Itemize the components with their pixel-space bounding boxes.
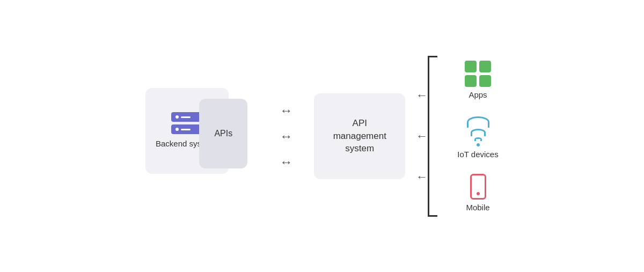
server-dot <box>175 115 179 119</box>
backend-group: Backend systems APIs <box>145 88 253 185</box>
bracket-arrow-1: ← <box>416 89 428 102</box>
apis-card: APIs <box>199 99 247 168</box>
app-square-2 <box>479 61 491 72</box>
server-bar-bottom <box>171 124 203 134</box>
server-dot-2 <box>175 128 179 131</box>
api-management-card: APImanagementsystem <box>314 93 405 179</box>
bracket-arrows-left: ← ← ← <box>416 89 428 184</box>
server-line <box>181 116 191 118</box>
apps-label: Apps <box>469 90 487 99</box>
server-bar-top <box>171 112 203 122</box>
iot-label: IoT devices <box>457 150 498 159</box>
server-line-2 <box>181 129 191 130</box>
wifi-icon <box>467 114 489 146</box>
vertical-bracket <box>428 56 441 217</box>
apps-item: Apps <box>457 61 498 99</box>
apis-label: APIs <box>214 129 232 138</box>
wifi-arc-small <box>474 137 482 141</box>
mobile-item: Mobile <box>457 174 498 212</box>
middle-arrows: ↔ ↔ ↔ <box>280 103 292 170</box>
app-square-4 <box>479 75 491 87</box>
mobile-icon <box>470 174 486 200</box>
app-square-3 <box>465 75 477 87</box>
arrow-3: ↔ <box>280 155 292 170</box>
apps-icon <box>465 61 491 87</box>
server-icon <box>171 112 203 134</box>
wifi-dot <box>477 143 480 146</box>
bracket-arrow-3: ← <box>416 170 428 184</box>
arrow-1: ↔ <box>280 103 292 118</box>
wifi-arc-medium <box>471 129 486 136</box>
mobile-home-button <box>477 192 480 195</box>
mobile-label: Mobile <box>466 203 489 212</box>
bracket-cap-bottom <box>428 215 437 217</box>
architecture-diagram: Backend systems APIs ↔ ↔ ↔ APImanagement… <box>145 56 498 217</box>
connector-section: ← ← ← <box>416 56 441 217</box>
right-items-group: Apps IoT devices Mobile <box>457 61 498 212</box>
bracket-arrow-2: ← <box>416 129 428 143</box>
iot-item: IoT devices <box>457 114 498 159</box>
arrow-2: ↔ <box>280 129 292 144</box>
app-square-1 <box>465 61 477 72</box>
bracket-cap-top <box>428 56 437 57</box>
wifi-arc-large <box>467 116 489 128</box>
api-management-label: APImanagementsystem <box>333 117 386 155</box>
